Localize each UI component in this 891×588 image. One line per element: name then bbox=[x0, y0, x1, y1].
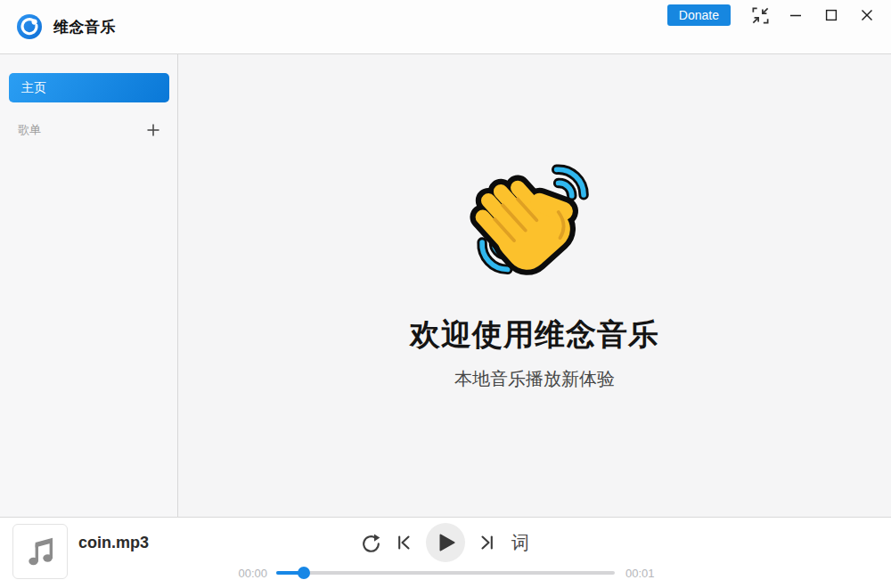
maximize-icon bbox=[825, 9, 838, 21]
total-time: 00:01 bbox=[625, 567, 655, 580]
progress-track[interactable] bbox=[276, 571, 615, 575]
mini-player-button[interactable] bbox=[747, 4, 773, 27]
repeat-icon bbox=[360, 532, 382, 554]
minimize-button[interactable] bbox=[782, 4, 809, 27]
plus-icon bbox=[146, 123, 160, 137]
title-bar: 维念音乐 Donate bbox=[0, 0, 891, 54]
maximize-button[interactable] bbox=[818, 4, 845, 27]
progress-row: 00:00 00:01 bbox=[0, 566, 891, 580]
waving-hand-emoji bbox=[467, 158, 602, 293]
next-track-icon bbox=[478, 534, 495, 551]
minimize-icon bbox=[789, 9, 802, 21]
main-content: 欢迎使用维念音乐 本地音乐播放新体验 bbox=[178, 54, 891, 517]
playback-controls: 词 bbox=[0, 523, 891, 562]
progress-knob[interactable] bbox=[298, 567, 310, 579]
welcome-subtitle: 本地音乐播放新体验 bbox=[454, 367, 615, 391]
welcome-title: 欢迎使用维念音乐 bbox=[410, 314, 659, 355]
current-time: 00:00 bbox=[227, 567, 267, 580]
close-icon bbox=[861, 9, 873, 21]
app-window: 维念音乐 Donate bbox=[0, 0, 891, 588]
lyrics-button[interactable]: 词 bbox=[510, 531, 531, 555]
app-title: 维念音乐 bbox=[53, 17, 116, 37]
app-logo-icon bbox=[16, 13, 43, 40]
sidebar-playlists-section: 歌单 bbox=[0, 122, 177, 138]
compress-arrows-icon bbox=[750, 5, 771, 26]
play-icon bbox=[439, 534, 455, 551]
previous-track-icon bbox=[396, 534, 413, 551]
donate-button[interactable]: Donate bbox=[667, 4, 731, 26]
add-playlist-button[interactable] bbox=[146, 123, 160, 137]
playlists-label: 歌单 bbox=[18, 122, 41, 138]
sidebar-item-home[interactable]: 主页 bbox=[9, 73, 169, 102]
previous-track-button[interactable] bbox=[396, 534, 413, 551]
brand: 维念音乐 bbox=[16, 0, 116, 53]
sidebar: 主页 歌单 bbox=[0, 54, 178, 517]
next-track-button[interactable] bbox=[478, 534, 495, 551]
play-button[interactable] bbox=[426, 523, 465, 562]
titlebar-actions: Donate bbox=[667, 4, 880, 27]
repeat-button[interactable] bbox=[360, 532, 381, 554]
close-button[interactable] bbox=[854, 4, 880, 27]
